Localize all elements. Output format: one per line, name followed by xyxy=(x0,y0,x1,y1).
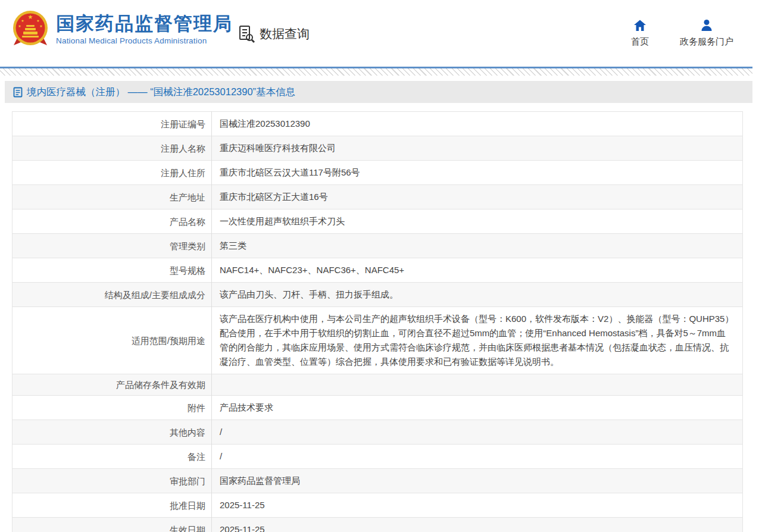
page: ★ ★ ★ ★ ★ 国家药品监督管理局 National Medical Pro… xyxy=(0,0,762,532)
row-label: 产品名称 xyxy=(13,209,212,234)
row-label: 附件 xyxy=(13,396,212,420)
row-value: 重庆市北碚区方正大道16号 xyxy=(212,185,743,209)
org-name-cn: 国家药品监督管理局 xyxy=(56,13,233,35)
row-value: 2025-11-25 xyxy=(212,518,743,532)
document-search-icon xyxy=(238,24,256,43)
row-value: 一次性使用超声软组织手术刀头 xyxy=(212,209,743,234)
row-value: 国家药品监督管理局 xyxy=(212,469,743,493)
row-label: 注册证编号 xyxy=(13,112,212,136)
table-row: 管理类别第三类 xyxy=(13,234,743,258)
svg-text:★: ★ xyxy=(28,14,33,20)
table-row: 其他内容/ xyxy=(13,420,743,445)
row-label: 注册人住所 xyxy=(13,161,212,185)
site-logo[interactable]: ★ ★ ★ ★ ★ 国家药品监督管理局 National Medical Pro… xyxy=(12,10,233,49)
row-label: 备注 xyxy=(13,445,212,469)
row-label: 产品储存条件及有效期 xyxy=(13,374,212,396)
national-emblem-icon: ★ ★ ★ ★ ★ xyxy=(12,10,49,49)
row-value: 2025-11-25 xyxy=(212,493,743,518)
home-icon xyxy=(633,18,647,33)
row-value: / xyxy=(212,445,743,469)
table-row: 型号规格NAFC14+、NAFC23+、NAFC36+、NAFC45+ xyxy=(13,258,743,283)
svg-text:★: ★ xyxy=(18,24,21,28)
table-row: 附件产品技术要求 xyxy=(13,396,743,420)
data-query-label: 数据查询 xyxy=(260,26,310,42)
table-row: 产品名称一次性使用超声软组织手术刀头 xyxy=(13,209,743,234)
header-nav: 首页 政务服务门户 xyxy=(631,18,733,48)
table-row: 生产地址重庆市北碚区方正大道16号 xyxy=(13,185,743,209)
nav-home[interactable]: 首页 xyxy=(631,18,649,48)
row-label: 生产地址 xyxy=(13,185,212,209)
row-label: 管理类别 xyxy=(13,234,212,258)
site-header: ★ ★ ★ ★ ★ 国家药品监督管理局 National Medical Pro… xyxy=(0,0,762,67)
row-value: 该产品在医疗机构中使用，与本公司生产的超声软组织手术设备（型号：K600，软件发… xyxy=(212,307,743,374)
row-value: / xyxy=(212,420,743,445)
table-row: 适用范围/预期用途该产品在医疗机构中使用，与本公司生产的超声软组织手术设备（型号… xyxy=(13,307,743,374)
info-table-body: 注册证编号国械注准20253012390注册人名称重庆迈科唯医疗科技有限公司注册… xyxy=(13,112,743,532)
table-row: 产品储存条件及有效期 xyxy=(13,374,743,396)
row-label: 结构及组成/主要组成成分 xyxy=(13,283,212,307)
row-label: 批准日期 xyxy=(13,493,212,518)
nav-gov-portal[interactable]: 政务服务门户 xyxy=(680,18,733,48)
nav-home-label: 首页 xyxy=(631,36,649,48)
row-value: 该产品由刀头、刀杆、手柄、扭力扳手组成。 xyxy=(212,283,743,307)
header-stripe-band xyxy=(0,68,752,76)
table-row: 审批部门国家药品监督管理局 xyxy=(13,469,743,493)
document-icon xyxy=(13,87,23,98)
svg-text:★: ★ xyxy=(36,19,39,23)
data-query-link[interactable]: 数据查询 xyxy=(238,24,310,43)
row-label: 生效日期 xyxy=(13,518,212,532)
svg-text:★: ★ xyxy=(39,24,42,28)
brand-text: 国家药品监督管理局 National Medical Products Admi… xyxy=(56,13,233,45)
table-row: 结构及组成/主要组成成分该产品由刀头、刀杆、手柄、扭力扳手组成。 xyxy=(13,283,743,307)
table-row: 注册人住所重庆市北碚区云汉大道117号附56号 xyxy=(13,161,743,185)
page-title-bar: 境内医疗器械（注册） —— “国械注准20253012390”基本信息 xyxy=(5,81,752,103)
row-value: 重庆迈科唯医疗科技有限公司 xyxy=(212,136,743,161)
table-wrap: 注册证编号国械注准20253012390注册人名称重庆迈科唯医疗科技有限公司注册… xyxy=(12,111,743,532)
row-value: 产品技术要求 xyxy=(212,396,743,420)
row-label: 其他内容 xyxy=(13,420,212,445)
table-row: 生效日期2025-11-25 xyxy=(13,518,743,532)
row-label: 审批部门 xyxy=(13,469,212,493)
org-name-en: National Medical Products Administration xyxy=(56,36,233,45)
page-title: 境内医疗器械（注册） —— “国械注准20253012390”基本信息 xyxy=(27,86,295,99)
info-table: 注册证编号国械注准20253012390注册人名称重庆迈科唯医疗科技有限公司注册… xyxy=(12,111,743,532)
user-icon xyxy=(699,18,714,33)
nav-gov-portal-label: 政务服务门户 xyxy=(680,36,733,48)
row-label: 型号规格 xyxy=(13,258,212,283)
table-row: 备注/ xyxy=(13,445,743,469)
table-row: 批准日期2025-11-25 xyxy=(13,493,743,518)
row-value: 第三类 xyxy=(212,234,743,258)
row-value: NAFC14+、NAFC23+、NAFC36+、NAFC45+ xyxy=(212,258,743,283)
row-value: 国械注准20253012390 xyxy=(212,112,743,136)
row-label: 注册人名称 xyxy=(13,136,212,161)
row-label: 适用范围/预期用途 xyxy=(13,307,212,374)
svg-text:★: ★ xyxy=(21,19,24,23)
row-value: 重庆市北碚区云汉大道117号附56号 xyxy=(212,161,743,185)
table-row: 注册人名称重庆迈科唯医疗科技有限公司 xyxy=(13,136,743,161)
row-value xyxy=(212,374,743,396)
table-row: 注册证编号国械注准20253012390 xyxy=(13,112,743,136)
